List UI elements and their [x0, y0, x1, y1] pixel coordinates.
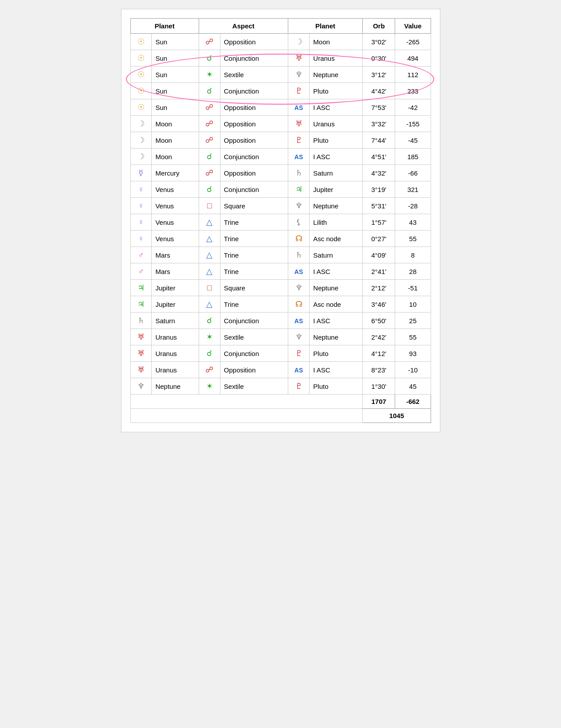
planet2-name: Jupiter: [310, 181, 363, 198]
planet1-symbol: ♃: [137, 283, 145, 292]
planet2-name: I ASC: [310, 313, 363, 329]
orb-value: 4°42': [363, 83, 395, 99]
planet2-name: Neptune: [310, 198, 363, 214]
planet1-name: Moon: [152, 132, 199, 149]
header-planet1: Planet: [130, 19, 199, 34]
aspect-symbol: ☌: [207, 152, 212, 161]
aspect-name: Trine: [220, 296, 288, 313]
orb-value: 6°50': [363, 313, 395, 329]
aspect-value: 45: [395, 378, 431, 395]
planet1-symbol: ☽: [137, 119, 145, 128]
planet2-name: I ASC: [310, 263, 363, 280]
planet1-name: Uranus: [152, 362, 199, 378]
aspect-symbol: ☍: [205, 365, 213, 374]
orb-value: 3°19': [363, 181, 395, 198]
planet2-name: I ASC: [310, 99, 363, 116]
table-row: ♂Mars△TrineASI ASC2°41'28: [130, 263, 431, 280]
planet1-symbol: ☉: [137, 70, 145, 79]
aspect-value: 25: [395, 313, 431, 329]
aspect-value: -10: [395, 362, 431, 378]
planet2-name: Saturn: [310, 247, 363, 263]
planet2-symbol: AS: [294, 367, 303, 374]
aspects-table: Planet Aspect Planet Orb Value ☉Sun☍Oppo…: [130, 18, 431, 423]
aspect-name: Conjunction: [220, 181, 288, 198]
planet1-symbol: ☉: [137, 54, 145, 63]
footer-total: 1045: [363, 409, 431, 423]
table-row: ☉Sun☌Conjunction♇Pluto4°42'233: [130, 83, 431, 99]
table-row: ☉Sun☍OppositionASI ASC7°53'-42: [130, 99, 431, 116]
planet2-symbol: ☽: [295, 37, 302, 46]
orb-value: 3°02': [363, 34, 395, 50]
aspect-symbol: △: [206, 267, 212, 276]
planet2-symbol: ♅: [295, 119, 302, 128]
aspect-symbol: ☍: [205, 119, 213, 128]
header-planet2: Planet: [288, 19, 362, 34]
planet1-name: Sun: [152, 83, 199, 99]
planet1-name: Uranus: [152, 345, 199, 362]
planet1-name: Venus: [152, 214, 199, 231]
planet1-symbol: ☽: [137, 152, 145, 161]
aspect-value: 55: [395, 231, 431, 247]
planet2-name: Neptune: [310, 67, 363, 83]
table-row: ♂Mars△Trine♄Saturn4°09'8: [130, 247, 431, 263]
orb-value: 1°30': [363, 378, 395, 395]
planet2-name: Uranus: [310, 116, 363, 132]
orb-value: 5°31': [363, 198, 395, 214]
planet1-name: Moon: [152, 149, 199, 165]
planet2-symbol: ♇: [295, 382, 302, 391]
planet2-name: Asc node: [310, 231, 363, 247]
table-row: ♀Venus△Trine⚸Lilith1°57'43: [130, 214, 431, 231]
aspect-name: Conjunction: [220, 149, 288, 165]
aspect-value: -66: [395, 165, 431, 181]
aspect-name: Conjunction: [220, 345, 288, 362]
planet1-name: Mars: [152, 263, 199, 280]
planet2-symbol: AS: [294, 317, 303, 325]
aspect-name: Square: [220, 280, 288, 296]
aspect-name: Sextile: [220, 67, 288, 83]
planet2-symbol: ♇: [295, 136, 302, 145]
aspect-value: 8: [395, 247, 431, 263]
planet1-name: Sun: [152, 34, 199, 50]
planet2-symbol: ☊: [295, 300, 302, 309]
planet1-name: Jupiter: [152, 280, 199, 296]
orb-value: 3°46': [363, 296, 395, 313]
planet1-symbol: ♀: [138, 201, 144, 210]
planet1-symbol: ♂: [138, 267, 144, 276]
orb-value: 7°44': [363, 132, 395, 149]
table-row: ☉Sun✶Sextile♆Neptune3°12'112: [130, 67, 431, 83]
planet2-symbol: ♇: [295, 86, 302, 95]
aspect-name: Opposition: [220, 99, 288, 116]
planet1-symbol: ☽: [137, 136, 145, 145]
table-row: ☽Moon☍Opposition♇Pluto7°44'-45: [130, 132, 431, 149]
aspect-name: Trine: [220, 231, 288, 247]
planet1-name: Uranus: [152, 329, 199, 345]
orb-value: 4°32': [363, 165, 395, 181]
planet1-name: Saturn: [152, 313, 199, 329]
orb-value: 4°12': [363, 345, 395, 362]
planet1-symbol: ☿: [138, 168, 143, 177]
aspect-symbol: ☌: [207, 316, 212, 325]
planet2-name: Pluto: [310, 83, 363, 99]
planet2-symbol: ☊: [295, 234, 302, 243]
planet2-symbol: AS: [294, 268, 303, 275]
planet1-name: Venus: [152, 181, 199, 198]
planet2-name: Saturn: [310, 165, 363, 181]
planet2-symbol: ♄: [295, 168, 302, 177]
aspect-name: Conjunction: [220, 313, 288, 329]
planet1-symbol: ♅: [137, 333, 145, 341]
planet1-name: Jupiter: [152, 296, 199, 313]
planet1-symbol: ♆: [137, 382, 145, 391]
planet1-symbol: ♅: [137, 349, 145, 358]
table-row: ☉Sun☌Conjunction♅Uranus0°30'494: [130, 50, 431, 67]
aspect-symbol: ☌: [207, 185, 212, 194]
aspect-value: 28: [395, 263, 431, 280]
aspect-symbol: ☌: [207, 349, 212, 358]
aspect-name: Conjunction: [220, 83, 288, 99]
planet2-name: I ASC: [310, 362, 363, 378]
orb-value: 0°30': [363, 50, 395, 67]
aspect-symbol: ☍: [205, 168, 213, 177]
table-row: ☽Moon☌ConjunctionASI ASC4°51'185: [130, 149, 431, 165]
aspect-value: 55: [395, 329, 431, 345]
aspect-name: Sextile: [220, 378, 288, 395]
planet2-name: Pluto: [310, 378, 363, 395]
